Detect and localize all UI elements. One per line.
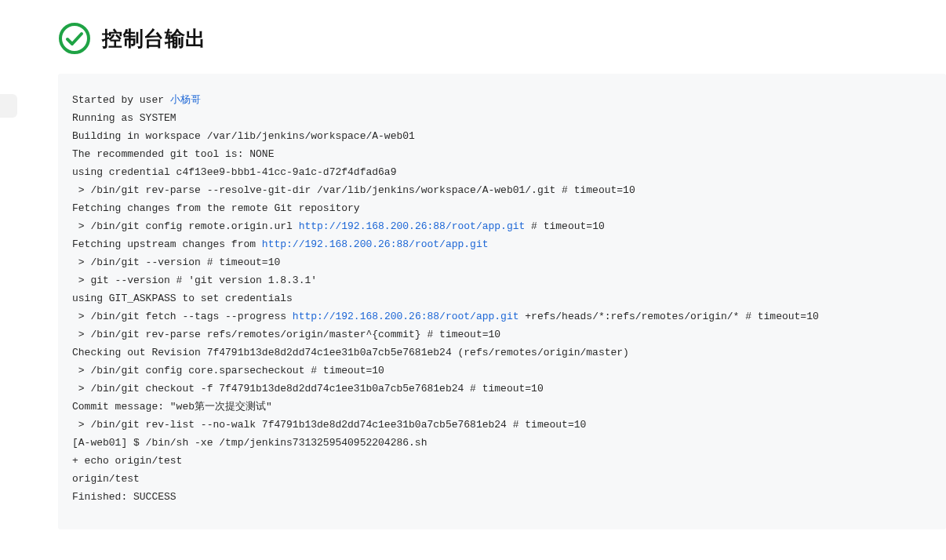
console-text: Commit message: "web第一次提交测试" xyxy=(72,401,272,413)
console-line: [A-web01] $ /bin/sh -xe /tmp/jenkins7313… xyxy=(72,434,932,452)
console-text: > /bin/git rev-list --no-walk 7f4791b13d… xyxy=(72,419,586,431)
console-text: Building in workspace /var/lib/jenkins/w… xyxy=(72,130,415,142)
console-text: > /bin/git config core.sparsecheckout # … xyxy=(72,365,384,376)
console-text: The recommended git tool is: NONE xyxy=(72,148,274,160)
console-output: Started by user 小杨哥Running as SYSTEMBuil… xyxy=(58,74,946,529)
console-line: Running as SYSTEM xyxy=(72,109,932,127)
console-text: > /bin/git checkout -f 7f4791b13de8d2dd7… xyxy=(72,383,544,395)
success-icon xyxy=(58,22,91,55)
console-line: > /bin/git config remote.origin.url http… xyxy=(72,217,932,235)
console-text: > /bin/git fetch --tags --progress xyxy=(72,311,293,322)
console-link[interactable]: http://192.168.200.26:88/root/app.git xyxy=(299,220,526,232)
page-content: 控制台输出 Started by user 小杨哥Running as SYST… xyxy=(0,0,946,529)
console-link[interactable]: http://192.168.200.26:88/root/app.git xyxy=(293,311,519,322)
console-text: > /bin/git rev-parse refs/remotes/origin… xyxy=(72,329,500,340)
console-text: + echo origin/test xyxy=(72,455,182,467)
console-text: Fetching changes from the remote Git rep… xyxy=(72,202,360,214)
console-text: origin/test xyxy=(72,473,140,485)
page-title: 控制台输出 xyxy=(102,25,206,53)
console-line: Commit message: "web第一次提交测试" xyxy=(72,398,932,416)
console-line: origin/test xyxy=(72,470,932,488)
svg-point-0 xyxy=(60,24,89,53)
console-text: # timeout=10 xyxy=(525,220,604,232)
console-line: using credential c4f13ee9-bbb1-41cc-9a1c… xyxy=(72,163,932,181)
console-text: Checking out Revision 7f4791b13de8d2dd74… xyxy=(72,347,629,358)
side-panel-stub xyxy=(0,94,17,118)
console-text: +refs/heads/*:refs/remotes/origin/* # ti… xyxy=(519,311,819,322)
console-line: + echo origin/test xyxy=(72,452,932,470)
console-text: using GIT_ASKPASS to set credentials xyxy=(72,293,299,304)
console-line: Building in workspace /var/lib/jenkins/w… xyxy=(72,127,932,145)
console-text: [A-web01] $ /bin/sh -xe /tmp/jenkins7313… xyxy=(72,437,427,449)
page-header: 控制台输出 xyxy=(58,22,946,55)
console-line: > /bin/git config core.sparsecheckout # … xyxy=(72,362,932,380)
console-line: > /bin/git rev-list --no-walk 7f4791b13d… xyxy=(72,416,932,434)
console-text: > git --version # 'git version 1.8.3.1' xyxy=(72,275,317,286)
console-line: Started by user 小杨哥 xyxy=(72,91,932,109)
console-line: The recommended git tool is: NONE xyxy=(72,145,932,163)
console-line: > git --version # 'git version 1.8.3.1' xyxy=(72,271,932,289)
console-line: > /bin/git checkout -f 7f4791b13de8d2dd7… xyxy=(72,380,932,398)
console-line: Finished: SUCCESS xyxy=(72,488,932,506)
console-line: > /bin/git --version # timeout=10 xyxy=(72,253,932,271)
console-text: Fetching upstream changes from xyxy=(72,238,262,250)
console-line: Fetching changes from the remote Git rep… xyxy=(72,199,932,217)
console-text: Started by user xyxy=(72,94,170,106)
console-line: > /bin/git fetch --tags --progress http:… xyxy=(72,307,932,325)
console-text: > /bin/git rev-parse --resolve-git-dir /… xyxy=(72,184,635,196)
console-line: using GIT_ASKPASS to set credentials xyxy=(72,289,932,307)
console-line: Fetching upstream changes from http://19… xyxy=(72,235,932,253)
console-text: > /bin/git config remote.origin.url xyxy=(72,220,299,232)
console-text: > /bin/git --version # timeout=10 xyxy=(72,256,280,268)
console-line: > /bin/git rev-parse --resolve-git-dir /… xyxy=(72,181,932,199)
console-link[interactable]: 小杨哥 xyxy=(170,94,201,106)
console-text: using credential c4f13ee9-bbb1-41cc-9a1c… xyxy=(72,166,396,178)
console-line: > /bin/git rev-parse refs/remotes/origin… xyxy=(72,325,932,344)
console-link[interactable]: http://192.168.200.26:88/root/app.git xyxy=(262,238,489,250)
console-text: Finished: SUCCESS xyxy=(72,491,176,503)
console-text: Running as SYSTEM xyxy=(72,112,176,124)
console-line: Checking out Revision 7f4791b13de8d2dd74… xyxy=(72,344,932,362)
